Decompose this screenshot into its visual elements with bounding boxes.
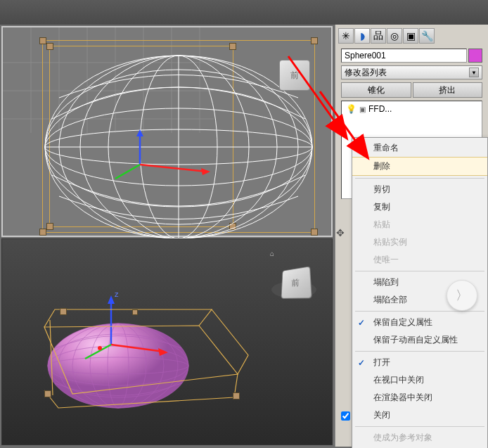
hierarchy-tab-icon[interactable]: 品: [371, 28, 386, 44]
modifier-list-dropdown[interactable]: 修改器列表 ▼: [341, 65, 482, 79]
home-icon[interactable]: ⌂: [270, 250, 274, 257]
ffd-lattice-inner[interactable]: [49, 46, 233, 227]
svg-point-36: [48, 324, 188, 408]
menu-make-reference: 使成为参考对象: [352, 429, 487, 447]
menu-keep-sub-ca[interactable]: 保留子动画自定义属性: [352, 331, 487, 349]
expand-icon: ▣: [359, 105, 366, 113]
viewport-front-wireframe[interactable]: 前: [1, 26, 333, 237]
extrude-button[interactable]: 挤出: [413, 82, 483, 98]
ext-point-checkbox[interactable]: [341, 411, 350, 421]
menu-paste: 粘贴: [352, 216, 487, 233]
object-color-swatch[interactable]: [468, 49, 482, 63]
menu-off-viewport[interactable]: 在视口中关闭: [352, 371, 487, 389]
viewcube-front[interactable]: 前: [279, 60, 310, 91]
check-icon: ✓: [358, 358, 365, 368]
bulb-icon: 💡: [346, 104, 357, 114]
menu-paste-instance: 粘贴实例: [352, 233, 487, 251]
modifier-dropdown-label: 修改器列表: [345, 67, 387, 79]
menu-copy[interactable]: 复制: [352, 198, 487, 216]
main-area: 前: [0, 25, 488, 448]
display-tab-icon[interactable]: ▣: [403, 28, 418, 44]
panel-tabs: ✳ ◗ 品 ◎ ▣ 🔧: [335, 25, 488, 47]
menu-on[interactable]: ✓ 打开: [352, 354, 487, 371]
dropdown-arrow-icon: ▼: [469, 68, 479, 77]
modify-tab-icon[interactable]: ◗: [354, 28, 370, 44]
menu-off-renderer[interactable]: 在渲染器中关闭: [352, 389, 487, 407]
svg-text:z: z: [115, 290, 119, 298]
viewcube-perspective[interactable]: 前: [281, 266, 312, 298]
object-name-input[interactable]: [341, 49, 467, 63]
menu-rename[interactable]: 重命名: [352, 139, 487, 157]
pan-icon[interactable]: ✥: [336, 227, 345, 238]
create-tab-icon[interactable]: ✳: [338, 28, 354, 44]
menu-off[interactable]: 关闭: [352, 407, 487, 424]
svg-marker-46: [108, 295, 115, 304]
utilities-tab-icon[interactable]: 🔧: [419, 28, 435, 44]
menu-separator: [355, 426, 484, 427]
menu-separator: [355, 311, 484, 312]
modifier-stack-item[interactable]: 💡 ▣ FFD...: [343, 103, 480, 115]
motion-tab-icon[interactable]: ◎: [387, 28, 402, 44]
taper-button[interactable]: 锥化: [341, 82, 411, 98]
viewport-perspective-shaded[interactable]: z 前 ⌂: [1, 238, 333, 445]
check-icon: ✓: [358, 318, 365, 328]
next-arrow-button[interactable]: 〉: [447, 280, 477, 311]
top-toolbar: [0, 0, 488, 25]
menu-make-unique: 使唯一: [352, 251, 487, 269]
svg-point-51: [98, 346, 102, 350]
menu-delete[interactable]: 删除: [352, 157, 487, 176]
menu-separator: [355, 271, 484, 271]
menu-keep-ca[interactable]: ✓ 保留自定义属性: [352, 314, 487, 331]
menu-separator: [355, 351, 484, 352]
menu-cut[interactable]: 剪切: [352, 181, 487, 198]
menu-separator: [355, 178, 484, 179]
modifier-name: FFD...: [368, 104, 392, 114]
viewport-container: 前: [0, 25, 333, 448]
